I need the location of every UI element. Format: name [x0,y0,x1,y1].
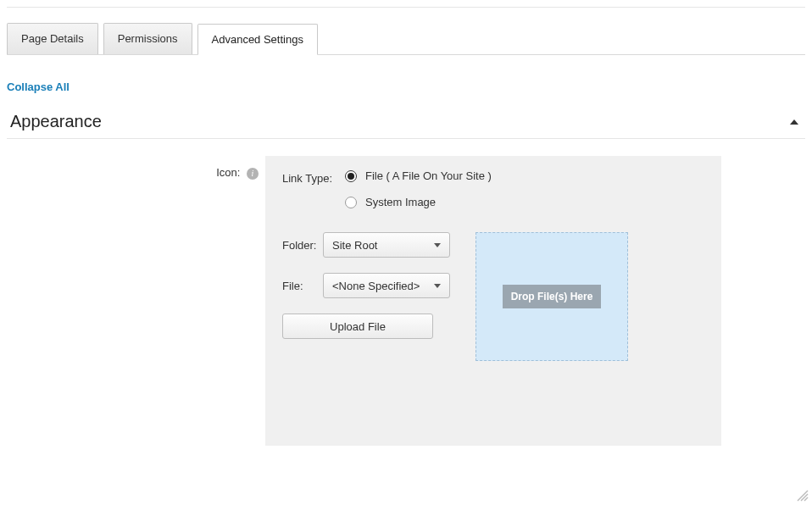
radio-system-image-label: System Image [365,196,436,208]
radio-file-label: File ( A File On Your Site ) [365,169,492,182]
chevron-up-icon [790,119,798,125]
svg-line-1 [801,494,808,501]
link-type-radio-group: File ( A File On Your Site ) System Imag… [345,169,492,208]
collapse-all-link[interactable]: Collapse All [7,80,70,93]
section-header-appearance[interactable]: Appearance [7,107,805,139]
radio-system-image[interactable]: System Image [345,196,492,208]
folder-label: Folder: [282,239,323,252]
radio-system-image-input[interactable] [345,197,357,208]
file-label: File: [282,280,323,292]
folder-dropdown[interactable]: Site Root [323,232,450,258]
tab-bar: Page Details Permissions Advanced Settin… [7,23,805,55]
info-icon[interactable]: i [247,168,259,180]
tab-page-details[interactable]: Page Details [7,23,98,54]
icon-label-col: Icon: i [7,156,265,446]
svg-line-2 [804,497,808,501]
tab-permissions[interactable]: Permissions [103,23,192,54]
radio-file[interactable]: File ( A File On Your Site ) [345,169,492,182]
appearance-form: Icon: i Link Type: File ( A File On Your… [7,156,805,446]
radio-file-input[interactable] [345,170,357,182]
top-divider [7,7,805,8]
dropzone-label: Drop File(s) Here [503,285,602,308]
file-dropzone[interactable]: Drop File(s) Here [476,232,628,361]
icon-label: Icon: [216,166,240,179]
file-dropdown[interactable]: <None Specified> [323,273,450,298]
resize-grip-icon[interactable] [795,488,809,502]
section-title: Appearance [7,112,102,131]
file-dropdown-value: <None Specified> [332,280,420,292]
tab-advanced-settings[interactable]: Advanced Settings [197,24,318,55]
upload-file-button[interactable]: Upload File [282,314,433,339]
caret-down-icon [434,284,441,288]
folder-dropdown-value: Site Root [332,239,377,252]
link-type-label: Link Type: [282,169,345,185]
caret-down-icon [434,243,441,247]
icon-panel: Link Type: File ( A File On Your Site ) … [265,156,721,446]
